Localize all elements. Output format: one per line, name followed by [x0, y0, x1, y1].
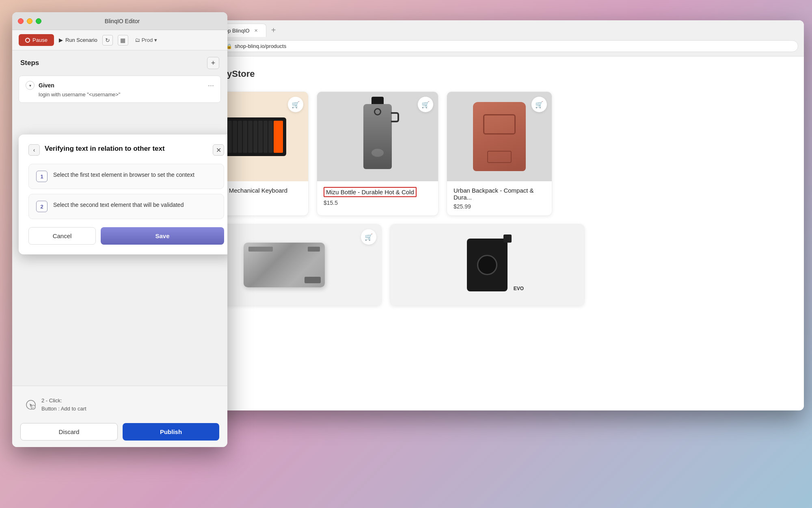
run-scenario-button[interactable]: ▶ Run Scenario [59, 37, 97, 43]
svg-text:↻: ↻ [32, 406, 35, 410]
bottle-image [363, 104, 392, 169]
backpack-price: $25.99 [454, 203, 545, 210]
bottle-price: $15.5 [324, 200, 432, 206]
backpack-name: Urban Backpack - Compact & Dura... [454, 187, 545, 201]
browser-window: B Shop BlinqIO ✕ + ‹ › ↻ 🔒 shop-blinq.io… [171, 20, 804, 410]
backpack-image-area: 🛒 [447, 92, 552, 181]
steps-title: Steps [20, 59, 39, 67]
editor-titlebar: BlinqIO Editor [12, 12, 227, 30]
click-step-text: 2 - Click: Button : Add to cart [41, 397, 86, 412]
chevron-down-icon: ▾ [154, 37, 157, 43]
editor-action-buttons: Discard Publish [20, 423, 219, 441]
discard-button[interactable]: Discard [20, 423, 118, 441]
keyboard-cart-button[interactable]: 🛒 [288, 97, 303, 112]
products-row2: 🛒 EVO [187, 224, 788, 306]
backpack-image [473, 102, 526, 171]
editor-bottom: ↻ 2 - Click: Button : Add to cart Discar… [12, 386, 227, 447]
address-bar[interactable]: 🔒 shop-blinq.io/products [220, 40, 798, 52]
click-step: ↻ 2 - Click: Button : Add to cart [20, 393, 219, 417]
browser-tabs: B Shop BlinqIO ✕ + [171, 20, 804, 37]
tab-close-button[interactable]: ✕ [253, 27, 259, 34]
step-item-1: 1 Select the first text element in brows… [28, 164, 224, 189]
folder-icon: 🗂 [135, 37, 140, 43]
product-card-camera: EVO [390, 224, 585, 306]
given-label: Given [39, 82, 54, 89]
highlighted-product-name: Mizu Bottle - Durable Hot & Cold [324, 187, 417, 197]
step-number-2: 2 [36, 201, 48, 212]
editor-title: BlinqIO Editor [23, 18, 222, 24]
add-step-button[interactable]: + [207, 57, 219, 69]
camera-image-area: EVO [390, 224, 584, 306]
bottle-name: Mizu Bottle - Durable Hot & Cold [324, 187, 432, 197]
url-text: shop-blinq.io/products [235, 43, 286, 49]
given-description: login with username "<username>" [39, 91, 214, 98]
expand-step-button[interactable]: ▾ [26, 81, 35, 90]
layout-button[interactable]: ▦ [118, 35, 128, 46]
save-button[interactable]: Save [101, 227, 224, 245]
store-logo: AccessoryStore [187, 69, 788, 79]
products-grid: 🛒 [187, 91, 788, 216]
steps-header: Steps + [12, 50, 227, 76]
given-step-header: ▾ Given ··· [26, 81, 214, 90]
publish-button[interactable]: Publish [123, 423, 219, 441]
cancel-button[interactable]: Cancel [28, 227, 96, 245]
modal-title: Verifying text in relation to other text [45, 144, 208, 153]
modal-header: ‹ Verifying text in relation to other te… [28, 144, 224, 156]
step-item-2: 2 Select the second text element that wi… [28, 194, 224, 219]
step-more-button[interactable]: ··· [208, 81, 214, 90]
camera-image: EVO [443, 230, 532, 300]
modal-back-button[interactable]: ‹ [28, 144, 40, 156]
bottle-image-area: 🛒 [317, 92, 438, 181]
click-icon: ↻ [24, 398, 37, 411]
given-step: ▾ Given ··· login with username "<userna… [19, 76, 221, 103]
bottle-info: Mizu Bottle - Durable Hot & Cold $15.5 [317, 181, 438, 212]
new-tab-button[interactable]: + [268, 25, 279, 36]
refresh-button[interactable]: ↻ [102, 35, 113, 46]
product-card-backpack: 🛒 Urban Backpack - Compact & Dura... $25… [447, 91, 552, 216]
pause-button[interactable]: Pause [19, 34, 54, 46]
pause-icon [25, 38, 30, 43]
editor-toolbar: Pause ▶ Run Scenario ↻ ▦ 🗂 Prod ▾ [12, 30, 227, 50]
environment-selector[interactable]: 🗂 Prod ▾ [135, 37, 157, 43]
modal-buttons: Cancel Save [28, 227, 224, 245]
step-number-1: 1 [36, 171, 48, 182]
play-icon: ▶ [59, 37, 63, 43]
ssd-cart-button[interactable]: 🛒 [361, 229, 376, 245]
backpack-info: Urban Backpack - Compact & Dura... $25.9… [447, 181, 552, 215]
verifying-text-modal: ‹ Verifying text in relation to other te… [19, 135, 227, 254]
bottle-cart-button[interactable]: 🛒 [418, 97, 433, 112]
ssd-image [244, 243, 325, 287]
browser-addressbar: ‹ › ↻ 🔒 shop-blinq.io/products [171, 37, 804, 56]
step-text-2: Select the second text element that will… [53, 201, 184, 209]
step-text-1: Select the first text element in browser… [53, 171, 194, 179]
product-card-bottle: 🛒 Mizu Bottle - Durable Hot & Cold $15.5 [317, 91, 438, 216]
backpack-cart-button[interactable]: 🛒 [531, 97, 547, 112]
modal-close-button[interactable]: ✕ [213, 144, 224, 156]
editor-window: BlinqIO Editor Pause ▶ Run Scenario ↻ ▦ … [12, 12, 227, 447]
browser-chrome: B Shop BlinqIO ✕ + ‹ › ↻ 🔒 shop-blinq.io… [171, 20, 804, 56]
store-content: AccessoryStore 🛒 [171, 56, 804, 410]
